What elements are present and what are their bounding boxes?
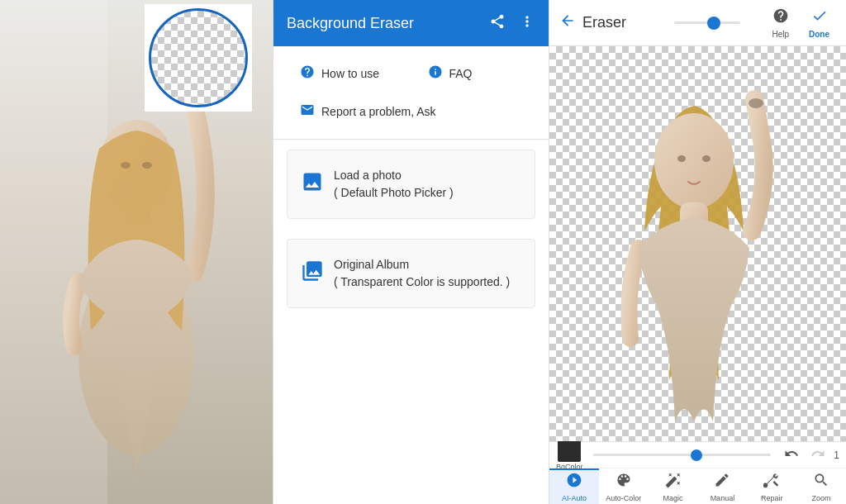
svg-point-11 [677, 155, 686, 162]
tool-repair-label: Repair [761, 494, 783, 502]
email-icon [300, 102, 315, 121]
tool-ai-auto[interactable]: AI-Auto [549, 468, 599, 504]
middle-header: Background Eraser [273, 0, 549, 46]
svg-point-8 [654, 113, 734, 209]
load-photo-title: Load a photo [334, 167, 454, 184]
tool-zoom-label: Zoom [812, 494, 831, 502]
question-circle-icon [300, 64, 315, 83]
slider-track[interactable] [674, 21, 740, 24]
back-button[interactable] [559, 12, 576, 33]
help-icon [772, 7, 789, 28]
tool-buttons-row: AI-Auto Auto-Color Magic [549, 468, 846, 504]
opacity-slider[interactable] [593, 454, 772, 456]
opacity-slider-thumb [691, 449, 702, 461]
tool-magic[interactable]: Magic [649, 468, 698, 504]
original-album-text: Original Album ( Transparent Color is su… [334, 256, 510, 291]
more-options-icon[interactable] [519, 13, 535, 34]
right-header: Eraser Help Done [549, 0, 846, 46]
right-panel-title: Eraser [582, 14, 668, 31]
faq-button[interactable]: FAQ [415, 56, 536, 91]
tool-auto-color[interactable]: Auto-Color [599, 468, 649, 504]
done-icon [811, 7, 828, 28]
menu-top-row: How to use FAQ [287, 56, 535, 91]
brush-size-slider[interactable] [674, 21, 759, 24]
report-problem-label: Report a problem, Ask [321, 105, 436, 118]
magic-icon [665, 472, 682, 492]
ai-auto-icon [566, 472, 582, 492]
repair-icon [763, 472, 780, 492]
bgcolor-button[interactable]: BgColor [556, 439, 583, 471]
how-to-use-label: How to use [321, 67, 379, 80]
info-circle-icon [428, 64, 443, 83]
canvas-person-image [549, 46, 846, 441]
brush-value: 1 [834, 449, 839, 461]
done-button[interactable]: Done [802, 4, 836, 42]
svg-point-5 [121, 162, 131, 169]
zoom-icon [813, 472, 829, 492]
tool-zoom[interactable]: Zoom [796, 468, 846, 504]
eraser-canvas[interactable] [549, 46, 846, 441]
header-actions [489, 13, 535, 34]
manual-icon [714, 472, 730, 492]
svg-point-6 [142, 162, 152, 169]
how-to-use-button[interactable]: How to use [287, 56, 408, 91]
tool-magic-label: Magic [663, 494, 683, 502]
report-problem-button[interactable]: Report a problem, Ask [287, 94, 535, 129]
right-panel: Eraser Help Done [549, 0, 846, 504]
tool-repair[interactable]: Repair [747, 468, 796, 504]
load-photo-subtitle: ( Default Photo Picker ) [334, 184, 454, 202]
original-album-title: Original Album [334, 256, 510, 273]
middle-panel: Background Eraser [273, 0, 549, 504]
redo-button[interactable] [807, 445, 829, 466]
tool-manual[interactable]: Manual [697, 468, 747, 504]
original-album-subtitle: ( Transparent Color is supported. ) [334, 273, 510, 291]
auto-color-icon [615, 472, 632, 492]
bgcolor-preview [558, 439, 581, 462]
left-panel [0, 0, 273, 504]
menu-section: How to use FAQ Report a problem, Ask [273, 46, 549, 140]
svg-point-12 [702, 155, 711, 162]
app-title: Background Eraser [287, 15, 414, 32]
transparent-circle-preview [149, 8, 248, 107]
tool-ai-auto-label: AI-Auto [562, 494, 587, 502]
tool-manual-label: Manual [711, 494, 735, 502]
help-label: Help [772, 30, 789, 39]
album-icon [301, 259, 324, 288]
toolbar-top-row: BgColor 1 [549, 442, 846, 468]
slider-thumb [707, 17, 720, 30]
help-button[interactable]: Help [765, 4, 796, 42]
load-photo-button[interactable]: Load a photo ( Default Photo Picker ) [287, 150, 535, 219]
tool-auto-color-label: Auto-Color [606, 494, 641, 502]
svg-point-10 [749, 98, 763, 108]
photo-load-icon [301, 170, 324, 198]
done-label: Done [809, 30, 829, 39]
undo-button[interactable] [781, 445, 802, 466]
original-album-button[interactable]: Original Album ( Transparent Color is su… [287, 239, 535, 308]
faq-label: FAQ [449, 67, 473, 80]
load-photo-text: Load a photo ( Default Photo Picker ) [334, 167, 454, 202]
share-icon[interactable] [489, 13, 506, 34]
bottom-toolbar: BgColor 1 [549, 441, 846, 504]
